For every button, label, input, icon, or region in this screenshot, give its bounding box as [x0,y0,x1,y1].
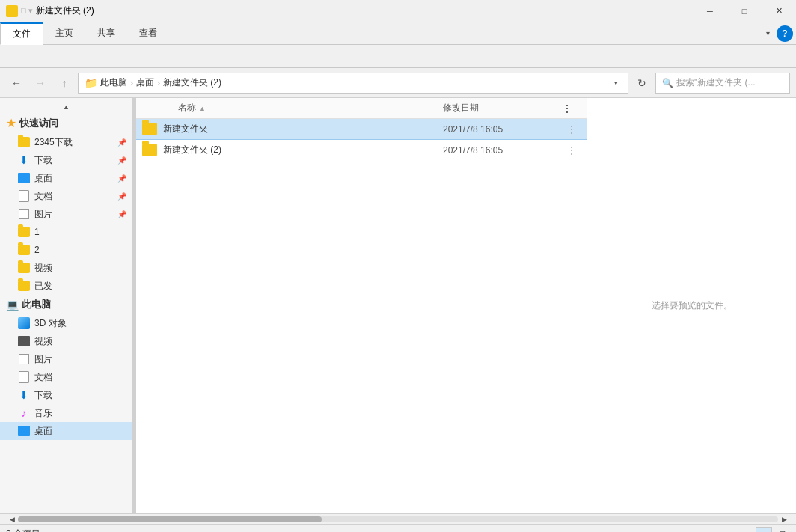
sidebar-item-2[interactable]: 2 [0,241,132,259]
sidebar-item-pictures-quick[interactable]: 图片 📌 [0,205,132,223]
column-date-header[interactable]: 修改日期 [443,102,563,114]
sort-icon: ▲ [199,105,206,112]
doc-pc-icon [18,371,30,383]
sidebar-item-downloads-pc[interactable]: ⬇ 下载 [0,386,132,404]
ribbon-expand-button[interactable]: ▾ [760,26,775,41]
sidebar-item-2345downloads[interactable]: 2345下载 📌 [0,133,132,151]
address-bar[interactable]: 📁 此电脑 › 桌面 › 新建文件夹 (2) ▾ [78,73,628,94]
folder-icon [18,280,30,292]
sidebar-scroll-up[interactable]: ▲ [0,101,132,113]
tab-share[interactable]: 共享 [85,22,127,45]
breadcrumb-part-2[interactable]: 新建文件夹 (2) [163,76,221,89]
download-icon: ⬇ [18,154,30,166]
file-date-0: 2021/7/8 16:05 [443,124,563,135]
preview-pane: 选择要预览的文件。 [587,98,796,513]
this-pc-label: 此电脑 [22,298,51,311]
file-folder-icon [142,122,157,137]
table-row[interactable]: 新建文件夹 (2) 2021/7/8 16:05 ⋮ [136,140,587,161]
file-list: 新建文件夹 2021/7/8 16:05 ⋮ 新建文件夹 (2) 2021/7/… [136,119,587,513]
status-bar: 2 个项目 ≡ ⊞ [0,524,796,532]
column-name-header[interactable]: 名称 ▲ [142,102,443,114]
download-pc-icon: ⬇ [18,389,30,401]
content-area: 名称 ▲ 修改日期 ⋮ 新建文件夹 2021/7/8 16:05 ⋮ 新建文件夹… [136,98,587,513]
main-layout: ▲ ★ 快速访问 2345下载 📌 ⬇ 下载 📌 桌面 📌 文档 📌 [0,98,796,513]
tab-view[interactable]: 查看 [127,22,169,45]
sidebar-quick-access-header[interactable]: ★ 快速访问 [0,113,132,133]
desktop-pc-icon [18,425,30,437]
folder-icon [18,136,30,148]
sidebar-item-video-quick[interactable]: 视频 [0,259,132,277]
sidebar-item-music[interactable]: ♪ 音乐 [0,404,132,422]
sidebar-this-pc-header[interactable]: 💻 此电脑 [0,295,132,314]
scroll-right-button[interactable]: ▶ [778,514,790,525]
star-icon: ★ [6,116,16,130]
tab-home[interactable]: 主页 [43,22,85,45]
title-bar: □ ▾ 新建文件夹 (2) ─ □ ✕ [0,0,796,22]
column-more-header[interactable]: ⋮ [563,103,581,114]
file-more-0[interactable]: ⋮ [563,124,581,135]
sidebar: ▲ ★ 快速访问 2345下载 📌 ⬇ 下载 📌 桌面 📌 文档 📌 [0,98,133,513]
up-button[interactable]: ↑ [54,73,75,94]
music-icon: ♪ [18,407,30,419]
video-icon [18,335,30,347]
horizontal-scrollbar[interactable]: ◀ ▶ [0,513,796,524]
refresh-button[interactable]: ↻ [631,73,652,94]
status-count: 2 个项目 [6,528,40,532]
search-icon: 🔍 [662,78,673,88]
table-row[interactable]: 新建文件夹 2021/7/8 16:05 ⋮ [136,119,587,140]
ribbon: 文件 主页 共享 查看 ▾ ? [0,22,796,68]
breadcrumb-part-1[interactable]: 桌面 [136,76,154,89]
column-name-label: 名称 [178,102,196,114]
preview-hint: 选择要预览的文件。 [652,299,732,312]
title-bar-controls: ─ □ ✕ [693,0,796,22]
sidebar-item-3d-objects[interactable]: 3D 对象 [0,314,132,332]
file-name-0: 新建文件夹 [163,123,443,135]
search-bar[interactable]: 🔍 搜索"新建文件夹 (... [655,73,790,94]
desktop-icon [18,172,30,184]
3d-icon [18,317,30,329]
pin-icon: 📌 [117,174,126,183]
folder-icon [18,226,30,238]
quick-access-label: 快速访问 [19,117,58,130]
img-pc-icon [18,353,30,365]
forward-button[interactable]: → [30,73,51,94]
sidebar-item-downloads[interactable]: ⬇ 下载 📌 [0,151,132,169]
back-button[interactable]: ← [6,73,27,94]
ribbon-tabs: 文件 主页 共享 查看 ▾ ? [0,22,796,45]
file-name-1: 新建文件夹 (2) [163,144,443,156]
scroll-left-button[interactable]: ◀ [6,514,18,525]
sidebar-item-desktop-pc[interactable]: 桌面 [0,422,132,440]
address-breadcrumb: 此电脑 › 桌面 › 新建文件夹 (2) [100,76,607,89]
tab-file[interactable]: 文件 [0,22,43,45]
sidebar-item-documents-pc[interactable]: 文档 [0,368,132,386]
view-grid-button[interactable]: ⊞ [774,527,790,533]
close-button[interactable]: ✕ [762,0,796,22]
pc-icon: 💻 [6,299,19,311]
pin-icon: 📌 [117,156,126,165]
file-date-1: 2021/7/8 16:05 [443,145,563,156]
breadcrumb-part-0[interactable]: 此电脑 [100,76,127,89]
content-header: 名称 ▲ 修改日期 ⋮ [136,98,587,119]
sidebar-item-pictures-pc[interactable]: 图片 [0,350,132,368]
sidebar-item-desktop-quick[interactable]: 桌面 📌 [0,169,132,187]
search-placeholder-text: 搜索"新建文件夹 (... [676,76,756,89]
file-folder-icon [142,143,157,158]
help-button[interactable]: ? [777,25,793,42]
ribbon-extras: ▾ ? [760,25,796,42]
sidebar-item-sent[interactable]: 已发 [0,277,132,295]
file-more-1[interactable]: ⋮ [563,145,581,156]
sidebar-item-video-pc[interactable]: 视频 [0,332,132,350]
folder-icon [18,262,30,274]
scrollbar-thumb[interactable] [18,516,322,522]
pin-icon: 📌 [117,192,126,201]
img-icon [18,208,30,220]
address-dropdown-button[interactable]: ▾ [610,77,622,89]
minimize-button[interactable]: ─ [693,0,727,22]
sidebar-item-documents-quick[interactable]: 文档 📌 [0,187,132,205]
ribbon-content [0,45,796,67]
view-list-button[interactable]: ≡ [756,527,772,533]
maximize-button[interactable]: □ [727,0,762,22]
sidebar-item-1[interactable]: 1 [0,223,132,241]
column-date-label: 修改日期 [443,102,479,114]
scrollbar-track[interactable] [18,516,778,522]
